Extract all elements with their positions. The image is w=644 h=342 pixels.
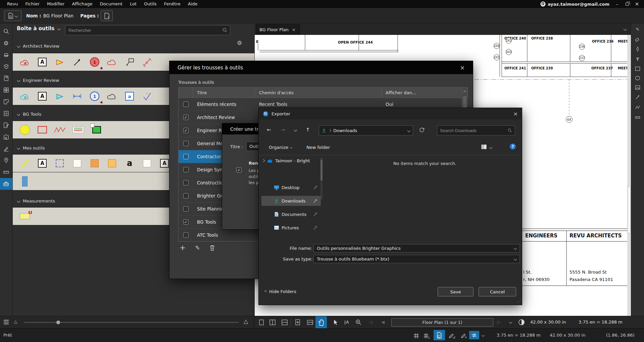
delete-toolset-icon[interactable]	[209, 245, 215, 251]
resize-grip[interactable]: ⋰	[517, 299, 521, 303]
section-mes-outils[interactable]: Mes outils	[17, 146, 45, 151]
tool-callout-box[interactable]	[121, 53, 138, 71]
first-page-icon[interactable]: ◁	[369, 320, 373, 325]
tool-dimension-h[interactable]	[68, 87, 86, 105]
text-tool-icon[interactable]: T	[636, 57, 639, 62]
search-icon[interactable]	[0, 25, 12, 37]
nav-forward-icon[interactable]: →	[281, 127, 285, 133]
pin-icon[interactable]	[313, 212, 317, 216]
two-page-view-icon[interactable]	[269, 319, 276, 326]
vertical-scrollbar[interactable]	[627, 35, 631, 316]
menu-document[interactable]: Document	[96, 0, 126, 8]
tool-cloud-note[interactable]: a	[16, 87, 34, 105]
tool-flag[interactable]	[51, 53, 68, 71]
organize-button[interactable]: Organize	[269, 145, 292, 150]
tree-scrollbar[interactable]	[320, 158, 323, 199]
account-email[interactable]: ayaz.taimoor@gmail.com	[548, 2, 609, 7]
tool-callout-circle[interactable]: 1◀	[86, 53, 103, 71]
place-documents[interactable]: Documents	[261, 209, 321, 219]
row-checkbox[interactable]	[183, 154, 189, 159]
file-menu-button[interactable]	[4, 10, 21, 21]
panel-menu-icon[interactable]	[3, 319, 9, 325]
polyline-tool-icon[interactable]	[635, 105, 640, 110]
grid-icon[interactable]	[413, 333, 419, 339]
column-show[interactable]: Afficher dan...	[382, 88, 462, 98]
place-desktop[interactable]: Desktop	[261, 182, 321, 192]
thumbnails-icon[interactable]	[0, 84, 12, 96]
new-folder-button[interactable]: New folder	[306, 145, 330, 150]
next-page-icon[interactable]: ▷	[497, 320, 501, 325]
nav-up-icon[interactable]: ↑	[306, 127, 310, 133]
row-checkbox[interactable]: ✓	[183, 219, 189, 225]
search-input[interactable]	[440, 128, 504, 133]
sync-button-active[interactable]	[469, 331, 479, 339]
scroll-up-icon[interactable]	[463, 91, 466, 93]
zoom-in-triangle-icon[interactable]: △	[244, 318, 248, 325]
tool-size-slider[interactable]	[24, 322, 239, 323]
row-checkbox[interactable]	[183, 206, 189, 212]
pan-tool-button-active[interactable]	[315, 316, 327, 329]
calibrate-pen-icon[interactable]	[0, 143, 12, 155]
toolset-gear-icon[interactable]: ⚙	[237, 40, 242, 46]
tool-measure-label[interactable]: 1	[16, 207, 34, 225]
tool-yellow-circle[interactable]	[16, 121, 34, 139]
markup-list-icon[interactable]	[0, 119, 12, 131]
row-checkbox[interactable]	[183, 180, 189, 185]
section-architect-review[interactable]: Architect Review	[17, 44, 59, 49]
slider-handle[interactable]	[56, 321, 60, 324]
row-checkbox[interactable]	[183, 102, 189, 107]
column-path[interactable]: Chemin d'accès	[255, 88, 382, 98]
row-checkbox[interactable]: ✓	[183, 128, 189, 133]
tool-orange-box-light[interactable]	[103, 154, 121, 172]
image-tool-icon[interactable]	[635, 85, 640, 90]
pin-icon[interactable]	[313, 199, 317, 203]
row-checkbox[interactable]	[183, 193, 189, 198]
ellipse-tool-icon[interactable]	[635, 76, 640, 80]
close-icon[interactable]: ×	[460, 64, 465, 71]
tool-highlight-line[interactable]	[16, 154, 34, 172]
tool-text-box[interactable]: A	[34, 53, 51, 71]
tool-cloud[interactable]	[103, 53, 121, 71]
pen-repeat-icon[interactable]	[448, 332, 455, 339]
spaces-icon[interactable]	[0, 96, 12, 108]
chevron-down-icon[interactable]	[514, 247, 517, 250]
option-checkbox[interactable]: ✓	[236, 167, 242, 173]
tab-close-icon[interactable]: ×	[292, 27, 296, 32]
tool-red-rectangle[interactable]	[34, 121, 51, 139]
tool-white-box[interactable]	[68, 154, 86, 172]
close-button[interactable]: ×	[632, 0, 642, 8]
chevron-down-icon[interactable]	[57, 27, 61, 30]
menu-fichier[interactable]: Fichier	[21, 0, 43, 8]
reuse-markup-button-active[interactable]	[434, 330, 445, 340]
column-title[interactable]: Titre	[193, 88, 255, 98]
tool-stamp[interactable]	[68, 121, 88, 139]
sync-menu-chevron-icon[interactable]	[482, 334, 485, 337]
tool-revision-zigzag[interactable]	[51, 121, 68, 139]
pen-ink-icon[interactable]	[460, 332, 467, 339]
layers-icon[interactable]	[0, 61, 12, 72]
tool-dashed-box[interactable]	[51, 154, 68, 172]
tool-search-input[interactable]	[65, 25, 230, 35]
section-engineer-review[interactable]: Engineer Review	[17, 78, 59, 83]
scrollbar-thumb[interactable]	[628, 186, 631, 233]
places-pin-icon[interactable]	[0, 155, 12, 166]
tool-dimension[interactable]	[138, 53, 156, 71]
panels-stack-icon[interactable]	[0, 49, 12, 61]
tool-chest-icon[interactable]	[0, 178, 12, 190]
eraser-tool-icon[interactable]	[635, 37, 640, 42]
pin-icon[interactable]	[313, 226, 317, 230]
pen-tool-icon[interactable]	[635, 47, 640, 52]
help-icon[interactable]: ?	[510, 144, 516, 150]
row-checkbox[interactable]	[183, 167, 189, 172]
expand-chevron-icon[interactable]	[262, 159, 265, 163]
measurements-ruler-icon[interactable]	[0, 166, 12, 178]
minimize-button[interactable]: –	[612, 0, 622, 8]
close-icon[interactable]: ×	[513, 111, 518, 117]
tool-text-a[interactable]: a	[121, 154, 138, 172]
tab-list-chevron-icon[interactable]	[624, 27, 627, 31]
prev-page-icon[interactable]: ◀	[381, 320, 385, 325]
snap-grid-icon[interactable]	[424, 333, 430, 339]
breadcrumb-folder[interactable]: Downloads	[333, 128, 357, 133]
split-view-icon[interactable]	[281, 319, 288, 326]
place-pictures[interactable]: Pictures	[261, 223, 321, 233]
